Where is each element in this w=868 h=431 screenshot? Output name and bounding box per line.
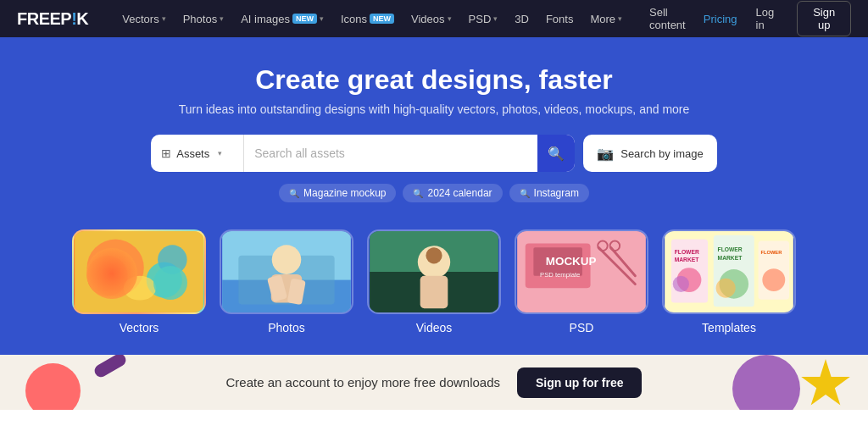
signup-button[interactable]: Sign up (797, 1, 851, 36)
nav-right: Sell content Pricing Log in Sign up (649, 1, 851, 36)
new-badge: NEW (292, 14, 317, 24)
deco-circle-red (25, 363, 81, 410)
quick-searches: 🔍 Magazine mockup 🔍 2024 calendar 🔍 Inst… (279, 184, 589, 202)
chevron-down-icon: ▾ (218, 149, 222, 157)
sell-content-link[interactable]: Sell content (649, 6, 693, 31)
svg-point-33 (673, 276, 689, 292)
chevron-down-icon: ▾ (618, 14, 622, 23)
category-vectors[interactable]: Vectors (72, 229, 206, 334)
svg-point-18 (426, 247, 442, 263)
pricing-link[interactable]: Pricing (704, 13, 737, 25)
deco-circle-purple (732, 355, 800, 410)
category-thumb-psd: MOCKUP PSD template (515, 229, 648, 314)
quick-chip-calendar[interactable]: 🔍 2024 calendar (403, 184, 502, 202)
category-thumb-photos (220, 229, 353, 314)
svg-text:FLOWER: FLOWER (675, 249, 699, 255)
bottom-banner: Create an account to enjoy more free dow… (0, 355, 868, 410)
hero-section: Create great designs, faster Turn ideas … (0, 37, 868, 355)
category-label-psd: PSD (570, 321, 594, 334)
nav-item-3d[interactable]: 3D (508, 9, 536, 29)
chevron-down-icon: ▾ (162, 14, 166, 23)
svg-text:FLOWER: FLOWER (718, 246, 743, 252)
assets-icon: ⊞ (161, 146, 171, 160)
svg-point-4 (158, 245, 187, 274)
search-input[interactable] (244, 135, 537, 172)
deco-shape-purple (92, 355, 128, 379)
chevron-down-icon: ▾ (320, 14, 324, 23)
quick-chip-magazine[interactable]: 🔍 Magazine mockup (279, 184, 396, 202)
bottom-banner-text: Create an account to enjoy more free dow… (226, 375, 501, 390)
svg-point-9 (272, 245, 302, 274)
category-thumb-vectors (72, 229, 206, 314)
nav-item-vectors[interactable]: Vectors ▾ (115, 9, 172, 29)
nav-links: Vectors ▾ Photos ▾ AI images NEW ▾ Icons… (115, 9, 629, 29)
chevron-down-icon: ▾ (448, 14, 452, 23)
category-videos[interactable]: Videos (367, 229, 501, 334)
search-container: ⊞ Assets ▾ 🔍 📷 Search by image (151, 135, 717, 172)
category-photos[interactable]: Photos (220, 229, 353, 334)
search-icon-small: 🔍 (520, 189, 530, 198)
search-by-image-button[interactable]: 📷 Search by image (583, 135, 717, 172)
chevron-down-icon: ▾ (493, 14, 498, 23)
categories-grid: Vectors Photos (72, 229, 796, 334)
svg-rect-17 (420, 276, 448, 308)
hero-title: Create great designs, faster (255, 64, 613, 96)
login-button[interactable]: Log in (748, 2, 787, 36)
nav-item-icons[interactable]: Icons NEW (334, 9, 401, 29)
signup-free-button[interactable]: Sign up for free (517, 367, 642, 398)
nav-item-photos[interactable]: Photos ▾ (176, 9, 231, 29)
category-label-templates: Templates (702, 321, 756, 334)
category-label-vectors: Vectors (120, 321, 159, 334)
category-psd[interactable]: MOCKUP PSD template PSD (515, 229, 648, 334)
search-icon-small: 🔍 (413, 189, 423, 198)
nav-item-fonts[interactable]: Fonts (539, 9, 581, 29)
svg-text:FLOWER: FLOWER (760, 250, 782, 255)
svg-point-38 (716, 279, 736, 298)
hero-subtitle: Turn ideas into outstanding designs with… (179, 102, 690, 116)
camera-icon: 📷 (597, 146, 614, 162)
svg-text:MARKET: MARKET (718, 255, 743, 261)
svg-text:PSD template: PSD template (540, 271, 580, 279)
new-badge: NEW (370, 14, 394, 24)
navbar: FREEP!K Vectors ▾ Photos ▾ AI images NEW… (0, 0, 868, 37)
search-button[interactable]: 🔍 (537, 135, 575, 172)
search-bar: ⊞ Assets ▾ 🔍 (151, 135, 575, 172)
svg-point-41 (762, 268, 785, 291)
chevron-down-icon: ▾ (220, 14, 224, 23)
category-label-photos: Photos (268, 321, 305, 334)
category-thumb-videos (367, 229, 501, 314)
search-type-dropdown[interactable]: ⊞ Assets ▾ (151, 135, 244, 172)
svg-text:MOCKUP: MOCKUP (546, 255, 597, 268)
svg-point-2 (87, 256, 128, 296)
nav-item-ai-images[interactable]: AI images NEW ▾ (234, 9, 331, 29)
nav-item-videos[interactable]: Videos ▾ (404, 9, 459, 29)
quick-chip-instagram[interactable]: 🔍 Instagram (509, 184, 589, 202)
svg-text:MARKET: MARKET (675, 257, 700, 262)
category-templates[interactable]: FLOWER MARKET FLOWER MARKET FLOWER Temp (662, 229, 796, 334)
logo[interactable]: FREEP!K (17, 9, 88, 29)
nav-item-more[interactable]: More ▾ (583, 9, 629, 29)
search-icon-small: 🔍 (289, 189, 299, 198)
category-label-videos: Videos (416, 321, 453, 334)
category-thumb-templates: FLOWER MARKET FLOWER MARKET FLOWER (662, 229, 796, 314)
deco-star-yellow (800, 359, 851, 410)
nav-item-psd[interactable]: PSD ▾ (462, 9, 505, 29)
search-icon: 🔍 (548, 146, 565, 162)
svg-point-5 (124, 276, 156, 301)
